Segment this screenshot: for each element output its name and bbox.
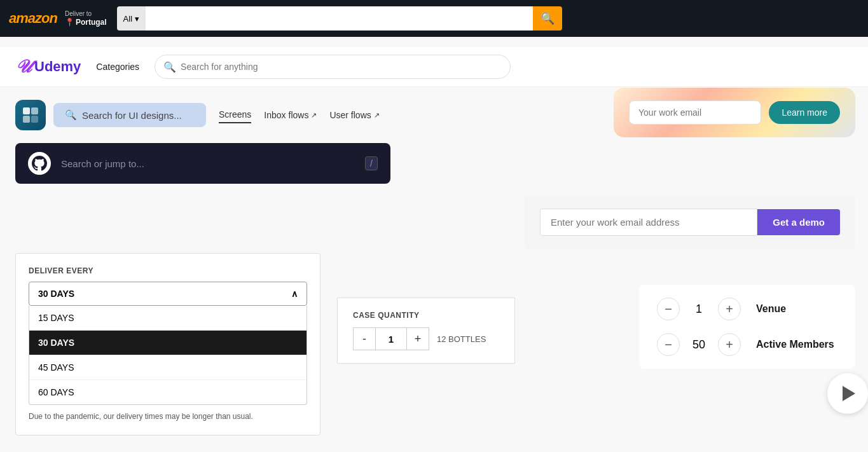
bottles-label: 12 BOTTLES <box>437 334 486 344</box>
dropdown-item-45[interactable]: 45 DAYS <box>29 355 307 380</box>
mobbin-nav: Screens Inbox flows ↗ User flows ↗ <box>219 107 380 123</box>
chevron-down-icon: ▾ <box>135 14 139 24</box>
svg-rect-3 <box>31 116 38 123</box>
quantity-increase-button[interactable]: + <box>406 327 429 350</box>
dropdown-list: 15 DAYS 30 DAYS 45 DAYS 60 DAYS <box>29 306 307 405</box>
venue-label: Venue <box>756 303 786 315</box>
amazon-all-dropdown[interactable]: All ▾ <box>117 6 146 31</box>
case-quantity-label: CASE QUANTITY <box>353 311 499 320</box>
active-members-increase-button[interactable]: + <box>718 333 741 356</box>
main-area: 𝒰 Udemy Categories 🔍 🔍 Search for UI des… <box>0 37 868 452</box>
youtube-play-button[interactable] <box>827 373 868 414</box>
github-bar: Search or jump to... / <box>15 143 390 184</box>
amazon-logo: amazon <box>9 10 57 27</box>
udemy-logo: 𝒰 Udemy <box>15 57 81 78</box>
amazon-search-input[interactable] <box>146 6 533 31</box>
svg-rect-0 <box>23 107 30 114</box>
search-icon: 🔍 <box>65 109 77 121</box>
play-icon <box>843 386 855 401</box>
get-demo-button[interactable]: Get a demo <box>757 209 840 235</box>
learn-more-button[interactable]: Learn more <box>769 101 840 124</box>
chevron-up-icon: ∧ <box>291 289 298 299</box>
case-quantity-section: CASE QUANTITY - 1 + 12 BOTTLES <box>337 298 515 364</box>
quantity-value: 1 <box>376 327 406 350</box>
github-search-placeholder: Search or jump to... <box>61 158 355 169</box>
svg-rect-1 <box>31 107 38 114</box>
venue-increase-button[interactable]: + <box>718 298 741 320</box>
github-shortcut-key: / <box>365 156 378 170</box>
amazon-search-wrap: All ▾ 🔍 <box>117 6 562 31</box>
dropdown-item-15[interactable]: 15 DAYS <box>29 306 307 331</box>
dropdown-selected[interactable]: 30 DAYS ∧ <box>29 282 307 306</box>
dropdown-item-30[interactable]: 30 DAYS <box>29 331 307 355</box>
mobbin-nav-inbox-flows[interactable]: Inbox flows ↗ <box>264 107 317 123</box>
active-members-label: Active Members <box>756 339 834 350</box>
amazon-search-button[interactable]: 🔍 <box>533 6 562 31</box>
external-link-icon: ↗ <box>311 111 317 120</box>
quantity-control: - 1 + 12 BOTTLES <box>353 327 499 350</box>
dropdown-item-60[interactable]: 60 DAYS <box>29 380 307 404</box>
mobbin-search-button[interactable]: 🔍 Search for UI designs... <box>53 103 206 127</box>
work-email-input-top[interactable] <box>629 100 761 125</box>
work-email-input-bottom[interactable] <box>540 209 757 236</box>
venue-decrease-button[interactable]: − <box>657 298 680 320</box>
search-icon: 🔍 <box>163 61 176 73</box>
right-panel-top: Learn more <box>614 88 855 137</box>
amazon-deliver: Deliver to 📍Portugal <box>65 10 107 28</box>
udemy-categories[interactable]: Categories <box>91 59 144 74</box>
active-members-value: 50 <box>690 338 708 352</box>
mobbin-nav-screens[interactable]: Screens <box>219 107 251 123</box>
venue-value: 1 <box>690 303 708 316</box>
deliver-every-label: DELIVER EVERY <box>29 266 307 275</box>
quantity-decrease-button[interactable]: - <box>353 327 376 350</box>
udemy-search-wrap: 🔍 <box>155 55 511 79</box>
mobbin-nav-user-flows[interactable]: User flows ↗ <box>329 107 379 123</box>
venue-counter-row: − 1 + Venue <box>657 298 837 320</box>
udemy-search-input[interactable] <box>155 55 511 79</box>
search-icon: 🔍 <box>541 11 555 25</box>
amazon-bar: amazon Deliver to 📍Portugal All ▾ 🔍 <box>0 0 868 37</box>
subscribe-section: DELIVER EVERY 30 DAYS ∧ 15 DAYS 30 DAYS … <box>15 253 320 435</box>
active-members-decrease-button[interactable]: − <box>657 333 680 356</box>
pandemic-note: Due to the pandemic, our delivery times … <box>29 411 307 422</box>
udemy-bar: 𝒰 Udemy Categories 🔍 <box>0 47 868 87</box>
counter-section: − 1 + Venue − 50 + Active Members <box>639 285 855 369</box>
github-logo <box>28 152 51 175</box>
active-members-counter-row: − 50 + Active Members <box>657 333 837 356</box>
mobbin-logo <box>15 100 46 130</box>
external-link-icon: ↗ <box>374 111 380 120</box>
svg-rect-2 <box>23 116 30 123</box>
right-panel-bottom: Get a demo <box>525 196 855 249</box>
